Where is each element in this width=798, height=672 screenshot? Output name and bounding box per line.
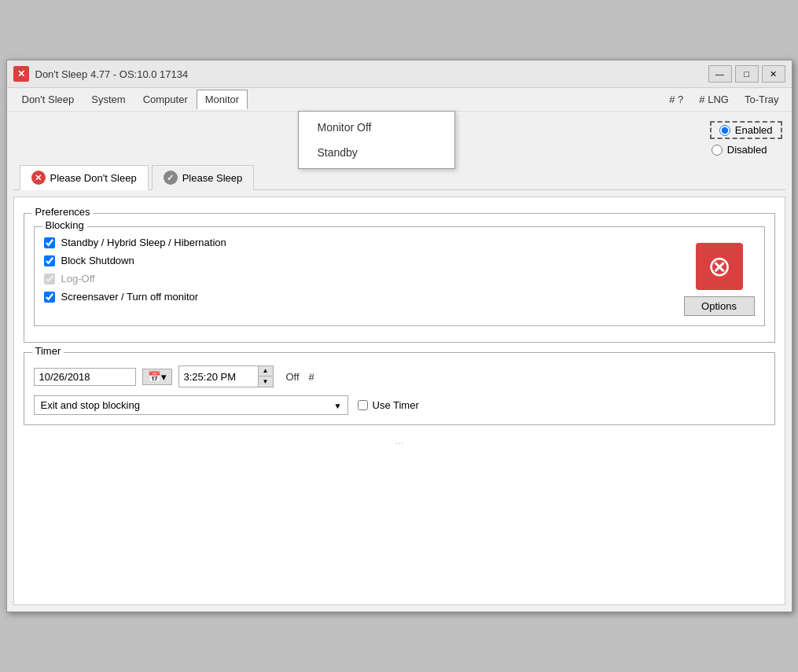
menu-item-to-tray[interactable]: To-Tray bbox=[738, 90, 785, 108]
checkbox-standby: Standby / Hybrid Sleep / Hibernation bbox=[44, 237, 678, 248]
calendar-button[interactable]: 📅▾ bbox=[142, 369, 172, 385]
enabled-option[interactable]: Enabled bbox=[710, 121, 782, 139]
app-icon bbox=[13, 66, 29, 82]
tab-check-icon bbox=[164, 171, 178, 185]
main-window: Don't Sleep 4.77 - OS:10.0 17134 — □ ✕ D… bbox=[6, 60, 792, 612]
timer-title: Timer bbox=[32, 345, 64, 357]
timer-bottom-row: Exit and stop blocking Stop blocking Shu… bbox=[34, 395, 765, 415]
screensaver-checkbox[interactable] bbox=[44, 292, 55, 303]
spinner-buttons: ▲ ▼ bbox=[258, 366, 273, 387]
enabled-label: Enabled bbox=[735, 124, 773, 136]
dropdown-item-monitor-off[interactable]: Monitor Off bbox=[299, 115, 454, 140]
big-red-x-icon bbox=[696, 243, 743, 290]
disabled-option[interactable]: Disabled bbox=[710, 144, 782, 156]
off-label: Off bbox=[286, 371, 300, 383]
timer-date-row: 📅▾ ▲ ▼ Off # bbox=[34, 365, 765, 387]
window-title: Don't Sleep 4.77 - OS:10.0 17134 bbox=[35, 68, 702, 80]
blocking-content: Standby / Hybrid Sleep / Hibernation Blo… bbox=[44, 237, 755, 316]
enabled-radio[interactable] bbox=[719, 125, 730, 136]
watermark: ... bbox=[24, 425, 775, 456]
time-up-button[interactable]: ▲ bbox=[259, 366, 273, 376]
timer-content: 📅▾ ▲ ▼ Off # Exit and s bbox=[34, 365, 765, 415]
checkbox-screensaver: Screensaver / Turn off monitor bbox=[44, 291, 678, 303]
tab-red-x-icon bbox=[31, 171, 46, 185]
preferences-group: Preferences Blocking Standby / Hybrid Sl… bbox=[24, 213, 775, 343]
disabled-label: Disabled bbox=[727, 144, 767, 156]
tab-please-sleep[interactable]: Please Sleep bbox=[152, 165, 255, 190]
monitor-dropdown: Monitor Off Standby bbox=[298, 111, 455, 169]
minimize-button[interactable]: — bbox=[708, 65, 732, 83]
calendar-icon: 📅▾ bbox=[148, 371, 167, 383]
menu-items-right: # ? # LNG To-Tray bbox=[663, 90, 785, 108]
checkboxes-col: Standby / Hybrid Sleep / Hibernation Blo… bbox=[44, 237, 678, 316]
title-bar: Don't Sleep 4.77 - OS:10.0 17134 — □ ✕ bbox=[7, 61, 792, 88]
disabled-radio[interactable] bbox=[712, 145, 723, 156]
block-shutdown-checkbox[interactable] bbox=[44, 255, 55, 266]
menu-bar: Don't Sleep System Computer Monitor # ? … bbox=[7, 88, 792, 112]
timer-group: Timer 📅▾ ▲ ▼ Off # bbox=[24, 352, 775, 425]
menu-item-hash-lng[interactable]: # LNG bbox=[693, 90, 735, 108]
log-off-checkbox bbox=[44, 274, 55, 285]
time-input[interactable] bbox=[179, 366, 258, 387]
action-select[interactable]: Exit and stop blocking Stop blocking Shu… bbox=[34, 395, 348, 415]
time-input-wrap: ▲ ▼ bbox=[178, 365, 274, 387]
blocking-group: Blocking Standby / Hybrid Sleep / Hibern… bbox=[34, 226, 765, 326]
tab-please-dont-sleep[interactable]: Please Don't Sleep bbox=[20, 165, 149, 190]
dropdown-item-standby[interactable]: Standby bbox=[299, 140, 454, 165]
menu-item-hash-q[interactable]: # ? bbox=[663, 90, 690, 108]
preferences-title: Preferences bbox=[32, 206, 94, 218]
options-button[interactable]: Options bbox=[684, 296, 755, 316]
use-timer-checkbox[interactable] bbox=[358, 400, 368, 410]
time-down-button[interactable]: ▼ bbox=[259, 376, 273, 387]
date-input[interactable] bbox=[34, 368, 136, 386]
checkbox-block-shutdown: Block Shutdown bbox=[44, 255, 678, 266]
window-controls: — □ ✕ bbox=[708, 65, 785, 83]
hash-label: # bbox=[309, 371, 314, 383]
menu-item-system[interactable]: System bbox=[83, 90, 134, 109]
close-button[interactable]: ✕ bbox=[762, 65, 785, 83]
use-timer-label: Use Timer bbox=[373, 399, 419, 411]
use-timer-row: Use Timer bbox=[358, 399, 419, 411]
action-select-wrap: Exit and stop blocking Stop blocking Shu… bbox=[34, 395, 348, 415]
menu-items-left: Don't Sleep System Computer Monitor bbox=[13, 90, 664, 109]
content-panel: Preferences Blocking Standby / Hybrid Sl… bbox=[13, 196, 785, 605]
standby-checkbox[interactable] bbox=[44, 237, 55, 248]
icon-col: Options bbox=[684, 237, 755, 316]
menu-item-computer[interactable]: Computer bbox=[134, 90, 197, 109]
menu-item-dont-sleep[interactable]: Don't Sleep bbox=[13, 90, 83, 109]
blocking-title: Blocking bbox=[42, 219, 87, 231]
menu-item-monitor[interactable]: Monitor bbox=[197, 90, 248, 109]
maximize-button[interactable]: □ bbox=[735, 65, 759, 83]
radio-section: Enabled Disabled bbox=[710, 115, 782, 162]
checkbox-log-off: Log-Off bbox=[44, 273, 678, 285]
